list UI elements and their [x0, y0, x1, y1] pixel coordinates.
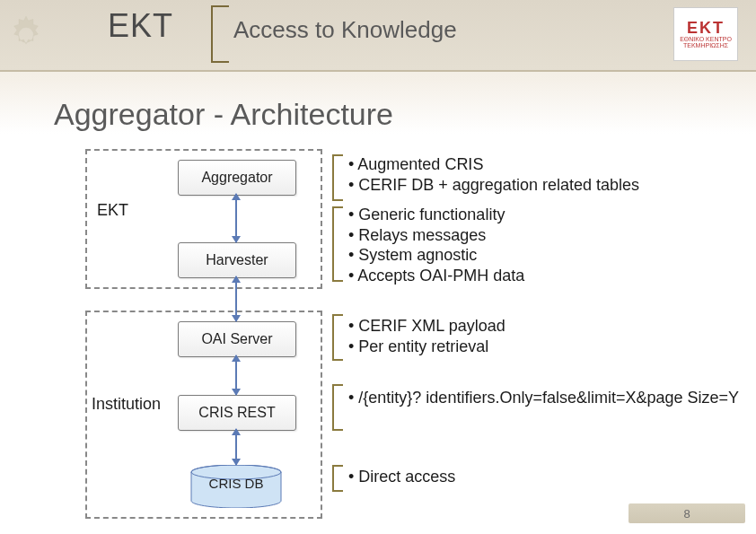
logo-sub2: ΤΕΚΜΗΡΙΩΣΗΣ [683, 42, 728, 48]
desc-harvester: • Generic functionality• Relays messages… [348, 205, 524, 285]
bracket-icon [332, 465, 343, 492]
desc-cris-rest: • /{entity}? identifiers.Only=false&limi… [348, 388, 743, 408]
diagram: EKT Institution Aggregator Harvester OAI… [0, 144, 756, 534]
logo-text: EKT [687, 20, 725, 36]
page-number: 8 [629, 503, 745, 523]
desc-oai-server: • CERIF XML payload• Per entity retrieva… [348, 316, 505, 356]
desc-cris-db: • Direct access [348, 467, 455, 487]
arrow-icon [235, 355, 237, 395]
bracket-icon [332, 206, 343, 282]
arrow-icon [235, 429, 237, 465]
box-aggregator: Aggregator [178, 160, 296, 196]
gear-icon [7, 16, 45, 54]
bracket-icon [332, 154, 343, 201]
bracket-icon [332, 314, 343, 361]
page-title: Aggregator - Architecture [54, 97, 393, 132]
arrow-icon [235, 194, 237, 242]
group-label-institution: Institution [92, 395, 161, 414]
group-label-ekt: EKT [97, 201, 128, 220]
logo-sub1: ΕΘΝΙΚΟ ΚΕΝΤΡΟ [680, 36, 732, 42]
box-cris-db: CRIS DB [189, 476, 284, 491]
bracket-icon [332, 384, 343, 431]
desc-aggregator: • Augmented CRIS• CERIF DB + aggregation… [348, 154, 639, 195]
logo-badge: EKT ΕΘΝΙΚΟ ΚΕΝΤΡΟ ΤΕΚΜΗΡΙΩΣΗΣ [673, 7, 738, 61]
box-harvester: Harvester [178, 242, 296, 278]
header-subtitle: Access to Knowledge [233, 16, 457, 44]
box-oai-server: OAI Server [178, 321, 296, 357]
header-bar: EKT Access to Knowledge EKT ΕΘΝΙΚΟ ΚΕΝΤΡ… [0, 0, 756, 72]
box-cris-rest: CRIS REST [178, 395, 296, 431]
arrow-icon [235, 276, 237, 321]
header-org: EKT [108, 7, 173, 45]
header-bracket-icon [211, 5, 229, 63]
